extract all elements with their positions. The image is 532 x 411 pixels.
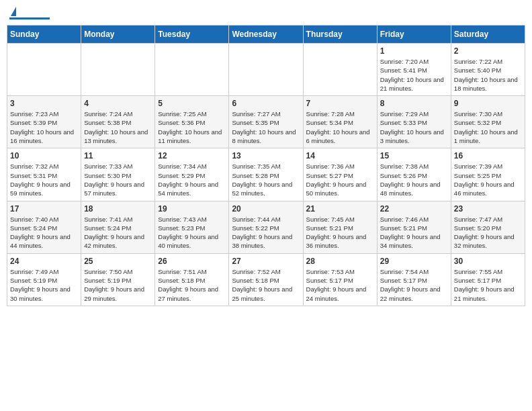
calendar-cell: 12Sunrise: 7:34 AM Sunset: 5:29 PM Dayli… [155,148,229,201]
calendar-cell: 7Sunrise: 7:28 AM Sunset: 5:34 PM Daylig… [303,96,377,148]
calendar-cell: 18Sunrise: 7:41 AM Sunset: 5:24 PM Dayli… [81,201,155,253]
day-info: Sunrise: 7:33 AM Sunset: 5:30 PM Dayligh… [84,162,152,197]
calendar-week-5: 24Sunrise: 7:49 AM Sunset: 5:19 PM Dayli… [7,253,525,306]
calendar-body: 1Sunrise: 7:20 AM Sunset: 5:41 PM Daylig… [7,44,525,306]
day-number: 2 [454,46,522,56]
calendar-cell [81,44,155,96]
day-info: Sunrise: 7:24 AM Sunset: 5:38 PM Dayligh… [84,109,152,145]
day-number: 11 [84,151,152,161]
calendar-table: SundayMondayTuesdayWednesdayThursdayFrid… [7,25,525,306]
day-info: Sunrise: 7:40 AM Sunset: 5:24 PM Dayligh… [10,215,78,250]
calendar-cell: 13Sunrise: 7:35 AM Sunset: 5:28 PM Dayli… [229,148,303,201]
day-info: Sunrise: 7:22 AM Sunset: 5:40 PM Dayligh… [454,57,522,93]
day-info: Sunrise: 7:45 AM Sunset: 5:21 PM Dayligh… [306,215,374,250]
day-info: Sunrise: 7:28 AM Sunset: 5:34 PM Dayligh… [306,109,374,145]
calendar-cell: 29Sunrise: 7:54 AM Sunset: 5:17 PM Dayli… [377,253,451,306]
calendar-cell: 4Sunrise: 7:24 AM Sunset: 5:38 PM Daylig… [81,96,155,148]
calendar-cell: 19Sunrise: 7:43 AM Sunset: 5:23 PM Dayli… [155,201,229,253]
day-number: 25 [84,257,152,266]
calendar-cell: 26Sunrise: 7:51 AM Sunset: 5:18 PM Dayli… [155,253,229,306]
day-number: 3 [10,99,78,108]
day-number: 4 [84,99,152,108]
calendar-cell [7,44,81,96]
day-info: Sunrise: 7:49 AM Sunset: 5:19 PM Dayligh… [10,267,78,303]
day-number: 16 [454,151,522,161]
calendar-cell: 3Sunrise: 7:23 AM Sunset: 5:39 PM Daylig… [7,96,81,148]
calendar-cell: 28Sunrise: 7:53 AM Sunset: 5:17 PM Dayli… [303,253,377,306]
day-info: Sunrise: 7:36 AM Sunset: 5:27 PM Dayligh… [306,162,374,197]
column-header-friday: Friday [377,26,451,44]
column-header-thursday: Thursday [303,26,377,44]
day-number: 23 [454,204,522,214]
day-info: Sunrise: 7:52 AM Sunset: 5:18 PM Dayligh… [232,267,300,303]
day-number: 28 [306,257,374,266]
calendar-cell: 30Sunrise: 7:55 AM Sunset: 5:17 PM Dayli… [451,253,525,306]
day-info: Sunrise: 7:23 AM Sunset: 5:39 PM Dayligh… [10,109,78,145]
day-number: 9 [454,99,522,108]
day-info: Sunrise: 7:43 AM Sunset: 5:23 PM Dayligh… [158,215,226,250]
calendar-cell: 6Sunrise: 7:27 AM Sunset: 5:35 PM Daylig… [229,96,303,148]
day-number: 6 [232,99,300,108]
logo-triangle-icon [11,7,16,16]
day-number: 12 [158,151,226,161]
day-info: Sunrise: 7:44 AM Sunset: 5:22 PM Dayligh… [232,215,300,250]
calendar-cell [155,44,229,96]
day-number: 24 [10,257,78,266]
calendar-cell: 8Sunrise: 7:29 AM Sunset: 5:33 PM Daylig… [377,96,451,148]
day-info: Sunrise: 7:34 AM Sunset: 5:29 PM Dayligh… [158,162,226,197]
day-info: Sunrise: 7:38 AM Sunset: 5:26 PM Dayligh… [380,162,448,197]
calendar-cell: 9Sunrise: 7:30 AM Sunset: 5:32 PM Daylig… [451,96,525,148]
calendar-cell: 1Sunrise: 7:20 AM Sunset: 5:41 PM Daylig… [377,44,451,96]
day-number: 15 [380,151,448,161]
day-number: 13 [232,151,300,161]
day-number: 10 [10,151,78,161]
day-number: 18 [84,204,152,214]
day-info: Sunrise: 7:29 AM Sunset: 5:33 PM Dayligh… [380,109,448,145]
day-number: 1 [380,46,448,56]
calendar-week-4: 17Sunrise: 7:40 AM Sunset: 5:24 PM Dayli… [7,201,525,253]
column-header-monday: Monday [81,26,155,44]
calendar-cell: 17Sunrise: 7:40 AM Sunset: 5:24 PM Dayli… [7,201,81,253]
day-info: Sunrise: 7:47 AM Sunset: 5:20 PM Dayligh… [454,215,522,250]
calendar-cell: 20Sunrise: 7:44 AM Sunset: 5:22 PM Dayli… [229,201,303,253]
logo [9,7,50,19]
day-info: Sunrise: 7:20 AM Sunset: 5:41 PM Dayligh… [380,57,448,93]
calendar-cell: 23Sunrise: 7:47 AM Sunset: 5:20 PM Dayli… [451,201,525,253]
day-number: 30 [454,257,522,266]
day-number: 19 [158,204,226,214]
calendar-cell: 14Sunrise: 7:36 AM Sunset: 5:27 PM Dayli… [303,148,377,201]
day-info: Sunrise: 7:30 AM Sunset: 5:32 PM Dayligh… [454,109,522,145]
column-header-wednesday: Wednesday [229,26,303,44]
day-number: 14 [306,151,374,161]
day-info: Sunrise: 7:27 AM Sunset: 5:35 PM Dayligh… [232,109,300,145]
day-number: 21 [306,204,374,214]
calendar-cell: 22Sunrise: 7:46 AM Sunset: 5:21 PM Dayli… [377,201,451,253]
calendar-cell: 5Sunrise: 7:25 AM Sunset: 5:36 PM Daylig… [155,96,229,148]
day-info: Sunrise: 7:39 AM Sunset: 5:25 PM Dayligh… [454,162,522,197]
day-info: Sunrise: 7:53 AM Sunset: 5:17 PM Dayligh… [306,267,374,303]
day-info: Sunrise: 7:41 AM Sunset: 5:24 PM Dayligh… [84,215,152,250]
day-number: 7 [306,99,374,108]
calendar-header-row: SundayMondayTuesdayWednesdayThursdayFrid… [7,26,525,44]
day-info: Sunrise: 7:46 AM Sunset: 5:21 PM Dayligh… [380,215,448,250]
day-number: 8 [380,99,448,108]
calendar-cell: 24Sunrise: 7:49 AM Sunset: 5:19 PM Dayli… [7,253,81,306]
calendar-week-3: 10Sunrise: 7:32 AM Sunset: 5:31 PM Dayli… [7,148,525,201]
calendar-cell: 21Sunrise: 7:45 AM Sunset: 5:21 PM Dayli… [303,201,377,253]
day-number: 17 [10,204,78,214]
day-number: 27 [232,257,300,266]
day-number: 26 [158,257,226,266]
calendar-cell: 2Sunrise: 7:22 AM Sunset: 5:40 PM Daylig… [451,44,525,96]
calendar-cell [303,44,377,96]
calendar-week-1: 1Sunrise: 7:20 AM Sunset: 5:41 PM Daylig… [7,44,525,96]
day-number: 20 [232,204,300,214]
calendar-cell: 11Sunrise: 7:33 AM Sunset: 5:30 PM Dayli… [81,148,155,201]
column-header-saturday: Saturday [451,26,525,44]
page-header [7,7,525,19]
calendar-cell: 16Sunrise: 7:39 AM Sunset: 5:25 PM Dayli… [451,148,525,201]
day-info: Sunrise: 7:55 AM Sunset: 5:17 PM Dayligh… [454,267,522,303]
calendar-cell: 10Sunrise: 7:32 AM Sunset: 5:31 PM Dayli… [7,148,81,201]
calendar-week-2: 3Sunrise: 7:23 AM Sunset: 5:39 PM Daylig… [7,96,525,148]
calendar-cell: 25Sunrise: 7:50 AM Sunset: 5:19 PM Dayli… [81,253,155,306]
day-number: 5 [158,99,226,108]
